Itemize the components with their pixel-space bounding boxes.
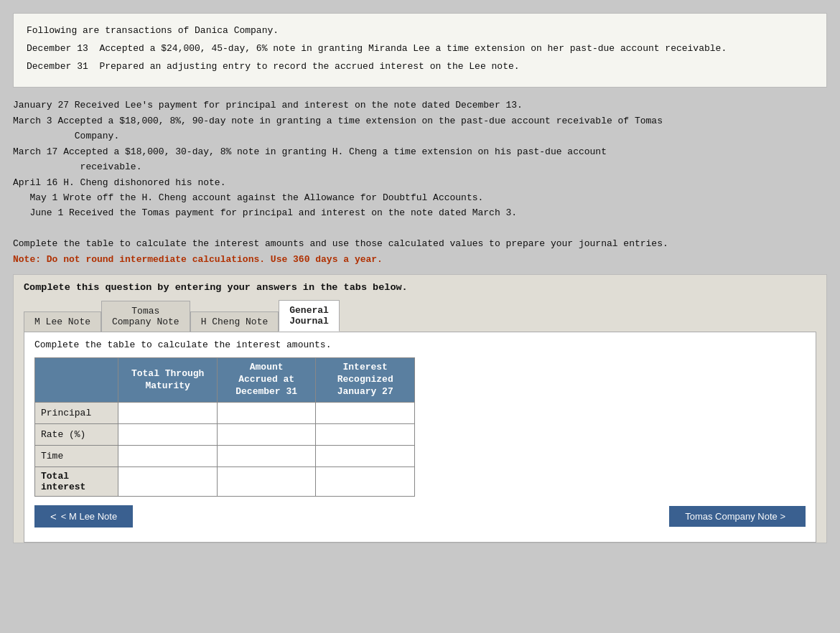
col-header-interest: InterestRecognizedJanuary 27 bbox=[316, 358, 415, 403]
time-total-cell[interactable] bbox=[118, 445, 218, 466]
tab-content-area: Complete the table to calculate the inte… bbox=[24, 332, 816, 543]
rate-recognized-input[interactable] bbox=[316, 424, 414, 444]
page: Following are transactions of Danica Com… bbox=[0, 13, 840, 633]
rate-total-cell[interactable] bbox=[118, 423, 218, 445]
mar3-line: March 3 Accepted a $18,000, 8%, 90-day n… bbox=[13, 113, 827, 144]
total-interest-total-cell[interactable] bbox=[118, 466, 218, 496]
total-interest-recognized-input[interactable] bbox=[316, 472, 414, 492]
tab-journal[interactable]: GeneralJournal bbox=[279, 300, 340, 332]
tabs-row: M Lee Note TomasCompany Note H Cheng Not… bbox=[24, 300, 816, 332]
tab-journal-label: GeneralJournal bbox=[289, 305, 329, 327]
row-label-principal: Principal bbox=[35, 402, 118, 423]
may1-line: May 1 Wrote off the H. Cheng account aga… bbox=[13, 190, 827, 205]
intro-text: Following are transactions of Danica Com… bbox=[27, 24, 813, 39]
tab-hcheng-label: H Cheng Note bbox=[201, 316, 269, 327]
bottom-nav: < < M Lee Note Tomas Company Note > bbox=[34, 501, 806, 532]
rate-total-input[interactable] bbox=[118, 424, 217, 444]
dec31-text: Prepared an adjusting entry to record th… bbox=[99, 61, 519, 72]
row-label-total-interest: Total interest bbox=[35, 466, 118, 496]
instruction1: Complete the table to calculate the inte… bbox=[13, 236, 827, 251]
total-interest-recognized-cell[interactable] bbox=[316, 466, 415, 496]
time-recognized-input[interactable] bbox=[316, 446, 414, 466]
jun1-line: June 1 Received the Tomas payment for pr… bbox=[13, 205, 827, 220]
principal-recognized-cell[interactable] bbox=[316, 402, 415, 423]
question-box: Complete this question by entering your … bbox=[13, 274, 827, 543]
mar17-line: March 17 Accepted a $18,000, 30-day, 8% … bbox=[13, 144, 827, 175]
principal-recognized-input[interactable] bbox=[316, 403, 414, 423]
principal-total-input[interactable] bbox=[118, 403, 217, 423]
time-accrued-input[interactable] bbox=[218, 446, 316, 466]
total-interest-total-input[interactable] bbox=[118, 472, 217, 492]
time-total-input[interactable] bbox=[118, 446, 217, 466]
rate-accrued-input[interactable] bbox=[218, 424, 316, 444]
row-label-rate: Rate (%) bbox=[35, 423, 118, 445]
principal-accrued-cell[interactable] bbox=[217, 402, 316, 423]
principal-accrued-input[interactable] bbox=[218, 403, 316, 423]
question-title: Complete this question by entering your … bbox=[24, 282, 816, 293]
tab-hcheng[interactable]: H Cheng Note bbox=[190, 311, 279, 332]
dec13-text: Accepted a $24,000, 45-day, 6% note in g… bbox=[99, 43, 727, 54]
jan27-line: January 27 Received Lee's payment for pr… bbox=[13, 98, 827, 113]
col-header-accrued: AmountAccrued atDecember 31 bbox=[217, 358, 316, 403]
tab-content-description: Complete the table to calculate the inte… bbox=[34, 339, 806, 350]
dec13-line: December 13 Accepted a $24,000, 45-day, … bbox=[27, 42, 813, 57]
principal-total-cell[interactable] bbox=[118, 402, 218, 423]
table-row: Principal bbox=[35, 402, 415, 423]
apr16-line: April 16 H. Cheng dishonored his note. bbox=[13, 175, 827, 190]
col-header-empty bbox=[35, 358, 118, 403]
row-label-time: Time bbox=[35, 445, 118, 466]
rate-recognized-cell[interactable] bbox=[316, 423, 415, 445]
table-row: Time bbox=[35, 445, 415, 466]
middle-text-area: January 27 Received Lee's payment for pr… bbox=[0, 88, 840, 274]
dec13-date: December 13 bbox=[27, 43, 94, 54]
tab-mlee-label: M Lee Note bbox=[34, 316, 90, 327]
total-interest-accrued-input[interactable] bbox=[218, 472, 316, 492]
prev-button-label: < M Lee Note bbox=[61, 511, 117, 522]
prev-button[interactable]: < < M Lee Note bbox=[34, 505, 133, 528]
interest-table: Total ThroughMaturity AmountAccrued atDe… bbox=[34, 357, 415, 497]
tab-mlee[interactable]: M Lee Note bbox=[24, 311, 101, 332]
instruction2: Note: Do not round intermediate calculat… bbox=[13, 252, 827, 267]
top-box: Following are transactions of Danica Com… bbox=[13, 13, 827, 88]
time-accrued-cell[interactable] bbox=[217, 445, 316, 466]
tab-tomas[interactable]: TomasCompany Note bbox=[101, 301, 190, 332]
dec31-line: December 31 Prepared an adjusting entry … bbox=[27, 60, 813, 75]
next-button[interactable]: Tomas Company Note > bbox=[669, 506, 806, 527]
table-row: Total interest bbox=[35, 466, 415, 496]
dec31-date: December 31 bbox=[27, 61, 94, 72]
rate-accrued-cell[interactable] bbox=[217, 423, 316, 445]
total-interest-accrued-cell[interactable] bbox=[217, 466, 316, 496]
left-arrow-icon: < bbox=[50, 510, 57, 522]
next-button-label: Tomas Company Note > bbox=[685, 511, 785, 522]
col-header-total: Total ThroughMaturity bbox=[118, 358, 218, 403]
table-row: Rate (%) bbox=[35, 423, 415, 445]
tab-tomas-label: TomasCompany Note bbox=[112, 306, 179, 327]
instruction2-bold: Note: Do not round intermediate calculat… bbox=[13, 254, 383, 265]
time-recognized-cell[interactable] bbox=[316, 445, 415, 466]
